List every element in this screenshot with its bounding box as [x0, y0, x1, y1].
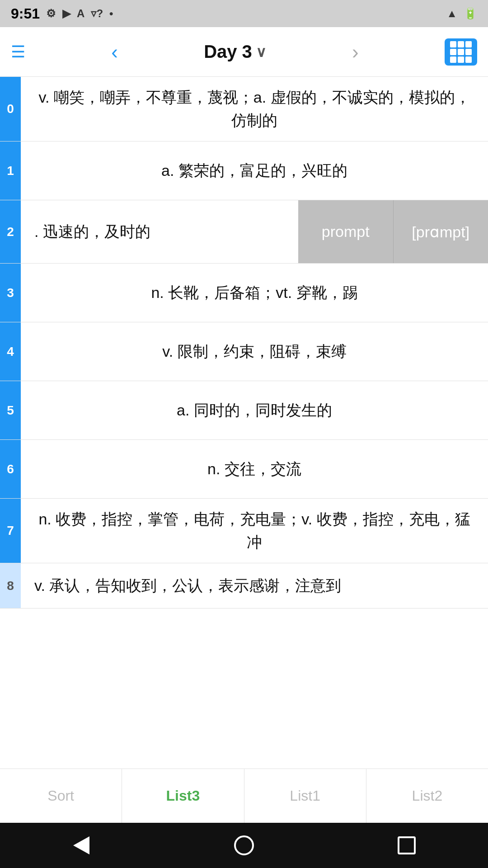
vocab-row-3[interactable]: 3 n. 长靴，后备箱；vt. 穿靴，踢 [0, 264, 488, 322]
nav-recents-button[interactable] [393, 832, 420, 859]
wifi-icon: ▿? [91, 7, 103, 20]
popup-word[interactable]: prompt [298, 200, 394, 263]
font-icon: A [77, 7, 84, 20]
nav-recents-icon [398, 836, 416, 854]
row-index-4: 4 [0, 322, 21, 381]
tab-list1[interactable]: List1 [244, 769, 366, 823]
vocab-row-8[interactable]: 8 v. 承认，告知收到，公认，表示感谢，注意到 [0, 563, 488, 609]
row-definition-6: n. 交往，交流 [21, 440, 488, 498]
vocab-row-1[interactable]: 1 a. 繁荣的，富足的，兴旺的 [0, 142, 488, 200]
row-definition-4: v. 限制，约束，阻碍，束缚 [21, 322, 488, 381]
popup-overlay-2: prompt [prɑmpt] [298, 200, 488, 263]
grid-icon [450, 41, 472, 63]
vocab-row-6[interactable]: 6 n. 交往，交流 [0, 440, 488, 499]
status-bar: 9:51 ⚙ ▶ A ▿? • ▲ 🔋 [0, 0, 488, 27]
vocab-row-2[interactable]: 2 . 迅速的，及时的 prompt [prɑmpt] [0, 200, 488, 264]
tab-sort[interactable]: Sort [0, 769, 122, 823]
gear-icon: ⚙ [46, 7, 56, 20]
vocab-row-4[interactable]: 4 v. 限制，约束，阻碍，束缚 [0, 322, 488, 381]
day-title[interactable]: Day 3 ∨ [204, 42, 266, 62]
row-definition-5: a. 同时的，同时发生的 [21, 381, 488, 439]
tab-list2[interactable]: List2 [366, 769, 488, 823]
app-bar: ☰ ‹ Day 3 ∨ › [0, 27, 488, 77]
chevron-down-icon: ∨ [256, 43, 266, 61]
next-button[interactable]: › [352, 41, 359, 63]
battery-icon: 🔋 [464, 7, 477, 20]
nav-bar [0, 823, 488, 868]
day-title-text: Day 3 [204, 42, 252, 62]
row-index-0: 0 [0, 77, 21, 141]
popup-phonetic[interactable]: [prɑmpt] [394, 200, 488, 263]
row-index-8: 8 [0, 563, 21, 608]
tab-sort-label: Sort [47, 788, 74, 804]
row-index-7: 7 [0, 499, 21, 563]
row-index-1: 1 [0, 142, 21, 200]
tab-list3-label: List3 [166, 788, 200, 804]
row-index-3: 3 [0, 264, 21, 322]
tab-list1-label: List1 [290, 788, 320, 804]
vocab-row-5[interactable]: 5 a. 同时的，同时发生的 [0, 381, 488, 440]
row-definition-1: a. 繁荣的，富足的，兴旺的 [21, 142, 488, 200]
tab-list2-label: List2 [412, 788, 443, 804]
row-definition-8: v. 承认，告知收到，公认，表示感谢，注意到 [21, 563, 488, 608]
tab-list3[interactable]: List3 [122, 769, 244, 823]
nav-home-icon [234, 835, 254, 855]
vocab-row-7[interactable]: 7 n. 收费，指控，掌管，电荷，充电量；v. 收费，指控，充电，猛冲 [0, 499, 488, 563]
vocab-list: 0 v. 嘲笑，嘲弄，不尊重，蔑视；a. 虚假的，不诚实的，模拟的，仿制的 1 … [0, 77, 488, 769]
row-definition-0: v. 嘲笑，嘲弄，不尊重，蔑视；a. 虚假的，不诚实的，模拟的，仿制的 [21, 77, 488, 141]
row-index-6: 6 [0, 440, 21, 498]
signal-icon: ▲ [446, 7, 457, 20]
play-icon: ▶ [62, 7, 70, 20]
row-index-5: 5 [0, 381, 21, 439]
nav-home-button[interactable] [230, 832, 258, 859]
row-definition-7: n. 收费，指控，掌管，电荷，充电量；v. 收费，指控，充电，猛冲 [21, 499, 488, 563]
nav-back-icon [73, 836, 89, 854]
vocab-row-0[interactable]: 0 v. 嘲笑，嘲弄，不尊重，蔑视；a. 虚假的，不诚实的，模拟的，仿制的 [0, 77, 488, 142]
grid-view-button[interactable] [445, 38, 477, 66]
row-index-2: 2 [0, 200, 21, 263]
back-button[interactable]: ‹ [111, 41, 118, 63]
menu-button[interactable]: ☰ [11, 42, 25, 61]
row-definition-3: n. 长靴，后备箱；vt. 穿靴，踢 [21, 264, 488, 322]
dot-icon: • [109, 7, 113, 20]
tab-bar: Sort List3 List1 List2 [0, 769, 488, 823]
nav-back-button[interactable] [68, 832, 95, 859]
status-time: 9:51 [11, 5, 40, 22]
